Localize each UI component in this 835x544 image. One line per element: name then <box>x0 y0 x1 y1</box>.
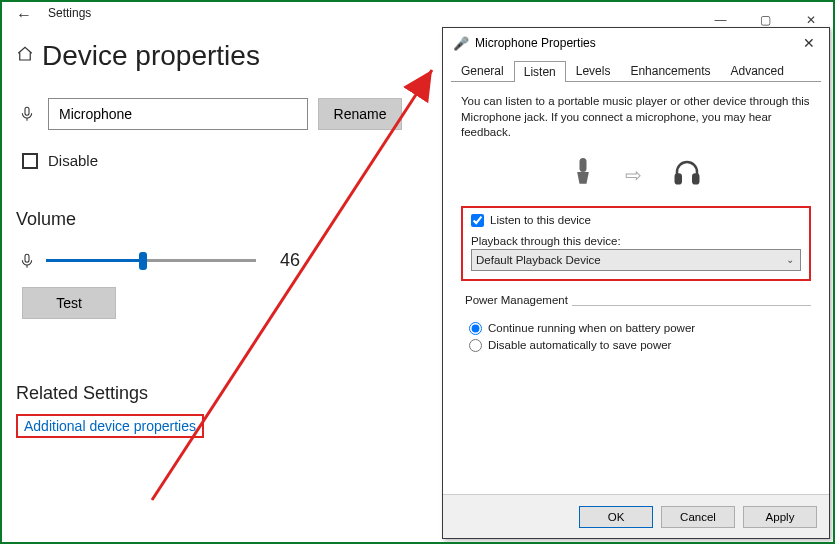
window-title: Settings <box>48 6 91 20</box>
listen-to-device-checkbox[interactable] <box>471 214 484 227</box>
device-name-input[interactable] <box>48 98 308 130</box>
listen-checkbox-label: Listen to this device <box>490 214 591 226</box>
tab-listen-content: You can listen to a portable music playe… <box>443 82 829 364</box>
microphone-icon <box>16 104 38 124</box>
tab-enhancements[interactable]: Enhancements <box>620 60 720 81</box>
tab-listen[interactable]: Listen <box>514 61 566 82</box>
arrow-right-icon: ⇨ <box>625 163 642 187</box>
slider-track-fill <box>46 259 143 262</box>
dialog-titlebar: 🎤 Microphone Properties ✕ <box>443 28 829 58</box>
power-option-label: Continue running when on battery power <box>488 322 695 334</box>
volume-heading: Volume <box>16 209 432 230</box>
playback-device-value: Default Playback Device <box>476 254 601 266</box>
microphone-device-icon <box>569 155 597 196</box>
tab-general[interactable]: General <box>451 60 514 81</box>
svg-rect-3 <box>579 158 586 172</box>
highlight-box: Listen to this device Playback through t… <box>461 206 811 281</box>
related-settings-heading: Related Settings <box>16 383 432 404</box>
svg-rect-1 <box>25 254 29 262</box>
power-management-group: Power Management Continue running when o… <box>461 291 811 352</box>
power-radio-continue[interactable] <box>469 322 482 335</box>
svg-rect-0 <box>25 107 29 115</box>
volume-slider[interactable] <box>46 251 256 271</box>
dialog-tabs: General Listen Levels Enhancements Advan… <box>443 60 829 81</box>
power-management-legend: Power Management <box>461 294 572 306</box>
playback-through-label: Playback through this device: <box>471 235 801 247</box>
svg-rect-4 <box>675 174 680 183</box>
listen-checkbox-row[interactable]: Listen to this device <box>471 214 801 227</box>
microphone-icon: 🎤 <box>453 36 469 51</box>
disable-row[interactable]: Disable <box>22 152 432 169</box>
device-name-row: Rename <box>16 98 432 130</box>
page-title: Device properties <box>42 40 260 72</box>
disable-label: Disable <box>48 152 98 169</box>
power-option-disable[interactable]: Disable automatically to save power <box>469 339 811 352</box>
additional-device-properties-link[interactable]: Additional device properties <box>16 414 204 438</box>
listen-description: You can listen to a portable music playe… <box>461 94 811 141</box>
back-button[interactable]: ← <box>14 6 34 24</box>
microphone-properties-dialog: 🎤 Microphone Properties ✕ General Listen… <box>442 27 830 539</box>
microphone-icon <box>16 251 38 271</box>
rename-button[interactable]: Rename <box>318 98 402 130</box>
chevron-down-icon: ⌄ <box>786 254 794 265</box>
settings-body: Device properties Rename Disable Volume … <box>2 32 432 438</box>
playback-device-select[interactable]: Default Playback Device ⌄ <box>471 249 801 271</box>
page-header: Device properties <box>16 40 432 72</box>
dialog-title: Microphone Properties <box>475 36 596 50</box>
volume-value: 46 <box>280 250 300 271</box>
home-icon[interactable] <box>16 45 42 67</box>
power-radio-disable[interactable] <box>469 339 482 352</box>
listen-diagram: ⇨ <box>461 155 811 196</box>
volume-row: 46 <box>16 250 432 271</box>
disable-checkbox[interactable] <box>22 153 38 169</box>
app-frame: ← Settings — ▢ ✕ Device properties Renam… <box>0 0 835 544</box>
tab-levels[interactable]: Levels <box>566 60 621 81</box>
dialog-footer: OK Cancel Apply <box>443 494 829 538</box>
slider-thumb[interactable] <box>139 252 147 270</box>
tab-advanced[interactable]: Advanced <box>720 60 793 81</box>
apply-button[interactable]: Apply <box>743 506 817 528</box>
test-button[interactable]: Test <box>22 287 116 319</box>
power-option-continue[interactable]: Continue running when on battery power <box>469 322 811 335</box>
ok-button[interactable]: OK <box>579 506 653 528</box>
close-icon[interactable]: ✕ <box>789 35 829 51</box>
svg-rect-5 <box>693 174 698 183</box>
headphones-icon <box>670 157 704 194</box>
cancel-button[interactable]: Cancel <box>661 506 735 528</box>
power-option-label: Disable automatically to save power <box>488 339 671 351</box>
